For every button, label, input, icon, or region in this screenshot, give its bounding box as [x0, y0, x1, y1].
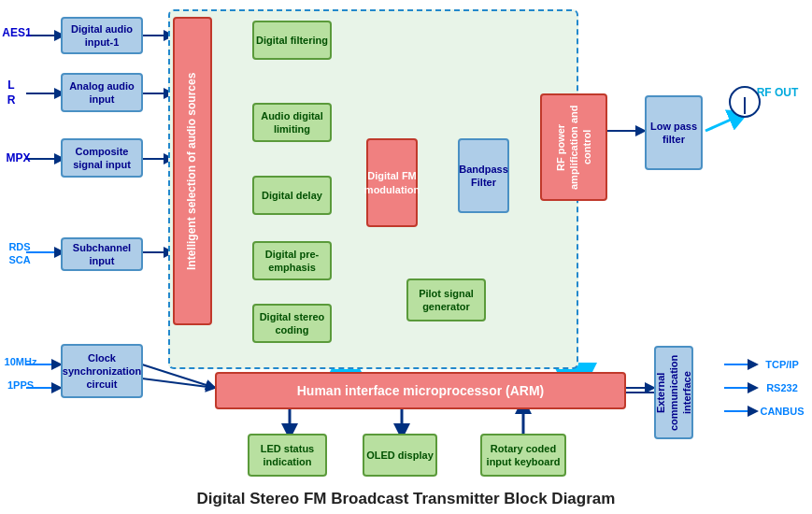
digital-pre-box: Digital pre-emphasis [252, 241, 332, 280]
pilot-signal-box: Pilot signal generator [406, 278, 486, 321]
rf-power-box: RF power amplification and control [540, 93, 607, 201]
human-interface-box: Human interface microprocessor (ARM) [215, 372, 626, 409]
rf-out-circle [729, 86, 761, 118]
mpx-label: MPX [2, 148, 35, 170]
rs232-label: RS232 [758, 379, 806, 396]
fm-modulation-box: Digital FM modulation [366, 138, 418, 227]
digital-stereo-box: Digital stereo coding [252, 304, 332, 343]
diagram-title: Digital Stereo FM Broadcast Transmitter … [0, 490, 812, 508]
analog-audio-box: Analog audio input [61, 73, 143, 112]
led-status-box: LED status indication [248, 434, 327, 477]
tcp-ip-label: TCP/IP [758, 356, 806, 373]
aes1-label: AES1 [2, 21, 32, 47]
subchannel-box: Subchannel input [61, 237, 143, 271]
rds-sca-label: RDS SCA [2, 239, 37, 267]
composite-box: Composite signal input [61, 138, 143, 178]
digital-delay-box: Digital delay [252, 176, 332, 215]
intelligent-sel-box: Intelligent selection of audio sources [173, 17, 212, 325]
pps-label: 1PPS [2, 377, 39, 393]
lr-label: L R [2, 79, 21, 108]
ext-comm-box: External communication interface [654, 346, 693, 439]
canbus-label: CANBUS [758, 403, 806, 420]
mhz-label: 10MHz [2, 353, 39, 370]
digital-filtering-box: Digital filtering [252, 21, 332, 60]
diagram-container: AES1 L R MPX RDS SCA 10MHz 1PPS RF OUT T… [0, 0, 812, 514]
audio-digital-lim-box: Audio digital limiting [252, 103, 332, 142]
clock-sync-box: Clock synchronization circuit [61, 344, 143, 398]
rf-out-label: RF OUT [754, 84, 801, 103]
digital-audio-1-box: Digital audio input-1 [61, 17, 143, 54]
svg-line-33 [142, 378, 215, 388]
rotary-coded-box: Rotary coded input keyboard [480, 434, 566, 477]
low-pass-box: Low pass filter [645, 95, 703, 170]
bandpass-filter-box: Bandpass Filter [458, 138, 509, 213]
oled-display-box: OLED display [363, 434, 437, 477]
